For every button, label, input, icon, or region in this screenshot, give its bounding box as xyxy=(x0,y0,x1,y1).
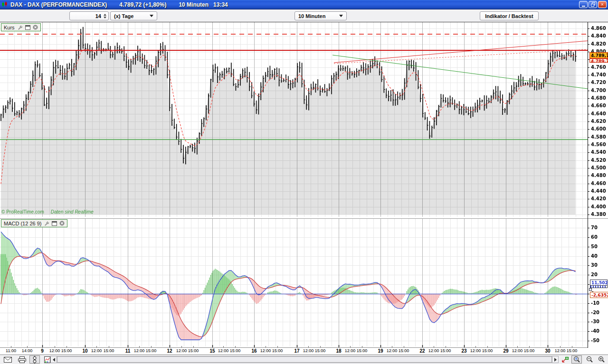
print-button[interactable] xyxy=(16,355,28,364)
app-icon xyxy=(1,1,8,8)
bars-count-input[interactable] xyxy=(70,13,103,19)
zoom-area-button[interactable] xyxy=(571,355,582,364)
chevron-down-icon xyxy=(150,15,153,17)
close-button[interactable]: × xyxy=(598,1,607,8)
zoom-out-button[interactable] xyxy=(585,355,594,364)
macd-chart[interactable] xyxy=(0,218,608,348)
x-axis-label: 15:00 xyxy=(98,348,119,353)
x-axis-label: 15:00 xyxy=(561,348,582,353)
watermark: © ProRealTime.comDaten sind Realtime xyxy=(1,209,94,215)
timeframe-value: 10 Minuten xyxy=(298,13,325,19)
x-axis-label: 15:00 xyxy=(183,348,204,353)
scroll-right-button[interactable] xyxy=(552,356,559,363)
candles-icon xyxy=(32,356,37,364)
x-axis-label: 15:00 xyxy=(141,348,162,353)
macd-value-badge: 11,502 xyxy=(590,280,608,286)
auto-fit-button[interactable] xyxy=(560,355,570,364)
x-axis-label: 15:00 xyxy=(310,348,331,353)
restore-button[interactable] xyxy=(589,1,597,8)
restore-icon xyxy=(591,2,595,7)
bars-unit-value: (x) Tage xyxy=(114,13,133,19)
zoom-out-icon xyxy=(586,356,593,363)
x-axis-label: 15:00 xyxy=(477,348,498,353)
zoom-area-icon xyxy=(573,356,580,363)
bars-count-spinner[interactable] xyxy=(69,11,109,20)
indicator-backtest-button[interactable]: Indikator / Backtest xyxy=(480,11,539,20)
last-price-badge: 4.789,72 xyxy=(589,52,608,58)
macd-hidden-badge xyxy=(590,286,608,288)
close-panel-icon[interactable] xyxy=(59,221,65,226)
status-bar xyxy=(0,355,608,364)
close-icon: × xyxy=(601,2,604,7)
chevron-down-icon xyxy=(339,15,343,17)
arrow-right-icon xyxy=(554,358,557,362)
macd-marker xyxy=(589,288,592,291)
macd-panel-header: MACD (12 26 9) xyxy=(1,219,67,227)
horizontal-scrollbar[interactable] xyxy=(50,356,559,363)
detach-window-icon[interactable] xyxy=(52,221,57,226)
minimize-icon xyxy=(582,6,585,7)
price-panel-label: Kurs xyxy=(4,25,15,30)
detach-window-icon[interactable] xyxy=(25,25,30,30)
x-axis-label: 15:00 xyxy=(267,348,288,353)
minimize-button[interactable] xyxy=(579,1,588,8)
application-window: DAX - DAX (PERFORMANCEINDEX) 4.789,72 (+… xyxy=(0,0,608,364)
auto-fit-icon xyxy=(561,356,569,363)
x-axis-label: 15:00 xyxy=(225,348,246,353)
x-axis-label: 15:00 xyxy=(393,348,414,353)
line-level-badge: 4.789,72 xyxy=(589,58,608,63)
printer-icon xyxy=(18,356,26,363)
wrench-icon[interactable] xyxy=(44,221,49,226)
scrollbar-thumb[interactable] xyxy=(57,356,552,363)
mail-button[interactable] xyxy=(2,355,13,364)
window-price-change: 4.789,72 (+1,80%) xyxy=(119,1,166,8)
arrow-left-icon xyxy=(53,358,55,362)
chart-area: Kurs MACD (12 26 9) © ProRealTime.comDat… xyxy=(0,22,608,355)
x-axis-labels: 11:0014:00912:0015:001012:0015:001112:00… xyxy=(0,348,608,355)
watermark-brand: © ProRealTime.com xyxy=(1,209,44,215)
main-toolbar: (x) Tage 10 Minuten Indikator / Backtest xyxy=(0,10,608,22)
scrollbar-track[interactable] xyxy=(57,356,552,363)
x-axis-label: 15:00 xyxy=(519,348,540,353)
spinner-down-icon[interactable] xyxy=(104,17,106,19)
window-timeframe: 10 Minuten xyxy=(179,1,209,8)
bar-style-button[interactable] xyxy=(29,355,40,364)
close-panel-icon[interactable] xyxy=(33,25,38,30)
x-axis-label: 15:00 xyxy=(435,348,456,353)
zoom-in-button[interactable] xyxy=(597,355,606,364)
spinner-up-icon[interactable] xyxy=(104,14,106,16)
timeframe-dropdown[interactable]: 10 Minuten xyxy=(294,11,347,20)
macd-panel-label: MACD (12 26 9) xyxy=(4,221,41,226)
watermark-realtime: Daten sind Realtime xyxy=(51,209,94,215)
x-axis-label: 15:00 xyxy=(352,348,372,353)
price-chart[interactable] xyxy=(0,22,608,218)
title-bar[interactable]: DAX - DAX (PERFORMANCEINDEX) 4.789,72 (+… xyxy=(0,0,608,9)
scroll-left-button[interactable] xyxy=(50,356,57,363)
chart-report-icon xyxy=(44,356,50,363)
window-time: 13:34 xyxy=(213,1,228,8)
wrench-icon[interactable] xyxy=(17,25,23,30)
macd-signal-badge: -2,6352 xyxy=(590,292,608,298)
bars-unit-dropdown[interactable]: (x) Tage xyxy=(110,11,157,20)
zoom-in-icon xyxy=(598,356,605,363)
envelope-icon xyxy=(4,357,12,363)
price-panel-header: Kurs xyxy=(1,23,41,31)
x-axis-label: 15:00 xyxy=(56,348,77,353)
window-title: DAX - DAX (PERFORMANCEINDEX) xyxy=(10,1,107,8)
